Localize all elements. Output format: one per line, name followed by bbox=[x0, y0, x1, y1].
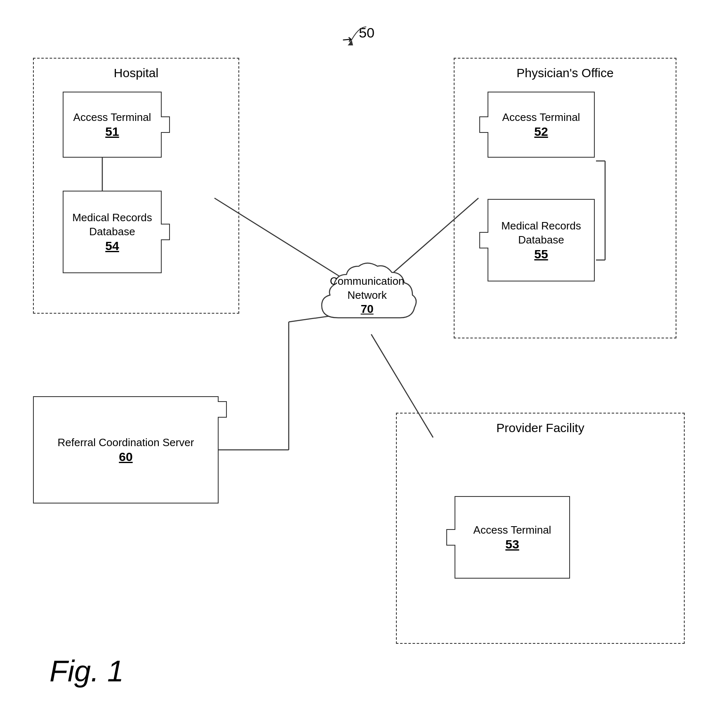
physicians-office-title: Physician's Office bbox=[455, 66, 676, 80]
medical-records-55: Medical Records Database 55 bbox=[488, 199, 595, 281]
mr54-tab-right bbox=[161, 224, 170, 240]
diagram: 50 ↙ Hospital Access Terminal 51 Medical… bbox=[0, 0, 728, 721]
svg-marker-12 bbox=[348, 40, 353, 45]
hospital-container: Hospital Access Terminal 51 Medical Reco… bbox=[33, 58, 239, 314]
referral-server-number: 60 bbox=[119, 450, 132, 464]
mr55-number: 55 bbox=[534, 247, 548, 261]
physicians-office-container: Physician's Office Access Terminal 52 Me… bbox=[454, 58, 676, 338]
hospital-title: Hospital bbox=[34, 66, 238, 80]
access-terminal-53: Access Terminal 53 bbox=[455, 496, 570, 579]
mr54-number: 54 bbox=[105, 239, 119, 253]
referral-server: Referral Coordination Server 60 bbox=[33, 396, 219, 504]
at52-number: 52 bbox=[534, 125, 548, 139]
provider-facility-title: Provider Facility bbox=[397, 421, 684, 435]
mr54-label: Medical Records Database bbox=[64, 211, 161, 239]
mr55-label: Medical Records Database bbox=[488, 219, 594, 247]
at51-label: Access Terminal bbox=[73, 111, 151, 125]
provider-facility-container: Provider Facility Access Terminal 53 bbox=[396, 413, 685, 644]
medical-records-54: Medical Records Database 54 bbox=[63, 191, 162, 273]
at52-label: Access Terminal bbox=[502, 111, 580, 125]
network-label: Communication Network 70 bbox=[313, 274, 421, 316]
at51-tab-right bbox=[161, 116, 170, 133]
mr55-tab-left bbox=[479, 232, 488, 248]
at52-tab-left bbox=[479, 116, 488, 133]
network-cloud: Communication Network 70 bbox=[313, 252, 421, 338]
referral-server-label: Referral Coordination Server bbox=[58, 436, 194, 450]
diagram-arrow-line bbox=[346, 25, 370, 52]
at53-number: 53 bbox=[505, 537, 519, 551]
at51-number: 51 bbox=[105, 125, 119, 139]
access-terminal-51: Access Terminal 51 bbox=[63, 92, 162, 158]
referral-tab-right bbox=[218, 401, 227, 418]
fig-label: Fig. 1 bbox=[49, 654, 124, 688]
network-number: 70 bbox=[313, 303, 421, 316]
at53-tab-left bbox=[446, 529, 455, 546]
access-terminal-52: Access Terminal 52 bbox=[488, 92, 595, 158]
at53-label: Access Terminal bbox=[474, 523, 551, 537]
arrow-svg bbox=[346, 25, 370, 50]
